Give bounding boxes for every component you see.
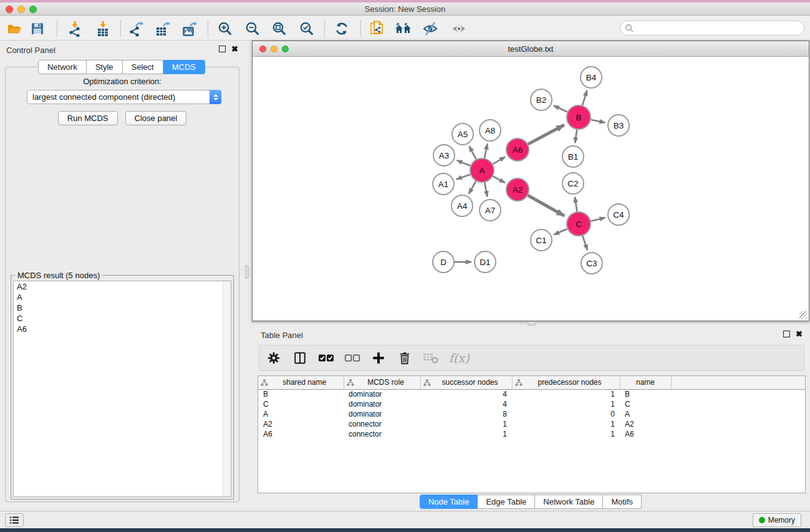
toolbar-separator [360,21,361,37]
graph-edge[interactable] [485,183,488,197]
network-window-titlebar[interactable]: testGlobe.txt [253,41,809,57]
graph-edge[interactable] [575,197,577,211]
title-bar[interactable]: Session: New Session [0,2,810,16]
memory-button[interactable]: Memory [753,513,801,527]
graph-edge[interactable] [469,181,476,193]
graph-edge[interactable] [528,125,564,144]
export-network-icon[interactable] [127,20,146,37]
open-session-icon[interactable] [5,20,24,37]
tab-node-table[interactable]: Node Table [420,495,478,509]
column-header[interactable]: predecessor nodes [512,376,620,389]
tab-network-table[interactable]: Network Table [535,495,603,509]
delete-column-icon[interactable] [397,350,413,366]
add-column-icon[interactable] [370,350,387,366]
node-table[interactable]: shared nameMCDS rolesuccessor nodesprede… [258,375,806,493]
tab-edge-table[interactable]: Edge Table [478,495,535,509]
graph-edge[interactable] [582,90,587,105]
graph-edge[interactable] [528,195,565,216]
divider-grip-icon[interactable] [528,321,536,326]
graph-edge[interactable] [582,236,587,250]
float-panel-icon[interactable] [783,331,790,337]
import-network-icon[interactable] [65,20,84,37]
import-table-icon[interactable] [94,20,112,37]
table-row[interactable]: Adominator80A [258,409,805,419]
result-item[interactable]: B [14,302,231,313]
network-graph[interactable]: AA1A2A3A4A5A6A7A8BB1B2B3B4CC1C2C3C4DD1 [253,57,809,321]
select-all-icon[interactable] [318,350,334,366]
first-neighbors-icon[interactable] [394,20,413,37]
result-item[interactable]: A [14,292,231,302]
graph-edge[interactable] [493,157,505,165]
criterion-select[interactable]: largest connected component (directed) [27,90,221,104]
table-row[interactable]: A2connector11A2 [258,419,805,429]
table-cell: A [258,409,344,419]
column-type-icon [423,379,431,386]
save-session-icon[interactable] [28,20,47,37]
column-header[interactable]: MCDS role [344,376,420,389]
column-header[interactable]: name [620,376,671,389]
graph-edge[interactable] [485,144,488,158]
table-options-icon[interactable] [266,350,282,366]
table-cell: connector [344,419,420,429]
table-row[interactable]: Bdominator41B [258,389,805,399]
hide-selected-icon[interactable] [421,20,440,37]
result-item[interactable]: A2 [14,281,231,292]
window-resize-grip-icon[interactable] [799,311,808,319]
tab-motifs[interactable]: Motifs [603,495,642,509]
table-row[interactable]: Cdominator41C [258,399,805,409]
graph-edge[interactable] [591,120,605,123]
memory-status-icon [759,517,765,523]
network-window[interactable]: testGlobe.txt AA1A2A3A4A5A6A7A8BB1B2B3B4… [252,41,809,321]
optimization-criterion-label: Optimization criterion: [6,77,239,86]
tab-mcds[interactable]: MCDS [163,60,205,74]
column-header[interactable]: successor nodes [420,376,512,389]
mcds-result-list[interactable]: A2ABCA6 [13,281,231,497]
graph-edge[interactable] [457,160,471,166]
zoom-in-icon[interactable] [216,20,234,37]
horizontal-split-divider[interactable] [251,321,810,326]
show-all-icon[interactable] [450,20,468,37]
graph-edge[interactable] [591,218,605,221]
result-item[interactable]: A6 [14,324,231,334]
select-stepper-icon [210,90,221,104]
graph-edge[interactable] [575,130,577,143]
table-row[interactable]: A6connector11A6 [258,429,805,439]
graph-edge[interactable] [456,175,471,180]
network-canvas[interactable]: AA1A2A3A4A5A6A7A8BB1B2B3B4CC1C2C3C4DD1 [253,57,809,321]
search-input[interactable] [620,21,804,36]
export-table-icon[interactable] [153,20,172,37]
close-panel-button[interactable]: Close panel [125,111,187,125]
refresh-view-icon[interactable] [332,20,351,37]
tab-style[interactable]: Style [87,60,123,74]
vertical-split-divider[interactable] [243,41,251,511]
float-panel-icon[interactable] [219,46,226,52]
run-mcds-button[interactable]: Run MCDS [58,111,118,125]
close-panel-icon[interactable]: ✖ [796,331,803,337]
task-history-button[interactable] [5,513,24,527]
tab-select[interactable]: Select [123,60,163,74]
zoom-fit-icon[interactable] [270,20,289,37]
divider-grip-icon[interactable] [245,265,249,279]
control-panel: Control Panel ✖ NetworkStyleSelectMCDS O… [0,41,243,511]
graph-node-label: C4 [613,210,624,220]
table-cell: dominator [344,399,420,409]
function-builder-icon[interactable]: f(x) [449,350,470,366]
result-scrollbar[interactable] [223,281,231,496]
deselect-all-icon[interactable] [344,350,360,366]
delete-table-icon[interactable] [423,350,439,366]
tab-network[interactable]: Network [38,60,87,74]
graph-edge[interactable] [554,229,567,235]
graph-edge[interactable] [554,105,567,112]
column-header[interactable]: shared name [258,376,344,389]
export-image-icon[interactable] [180,20,199,37]
result-item[interactable]: C [14,313,231,324]
graph-edge[interactable] [493,177,505,183]
graph-node-label: A1 [438,180,449,189]
close-panel-icon[interactable]: ✖ [231,46,238,52]
clone-network-icon[interactable] [368,20,387,37]
zoom-selected-icon[interactable] [297,20,316,37]
desktop: Session: New Session [0,0,810,532]
graph-edge[interactable] [469,146,476,159]
zoom-out-icon[interactable] [243,20,262,37]
split-panel-icon[interactable] [292,350,308,366]
